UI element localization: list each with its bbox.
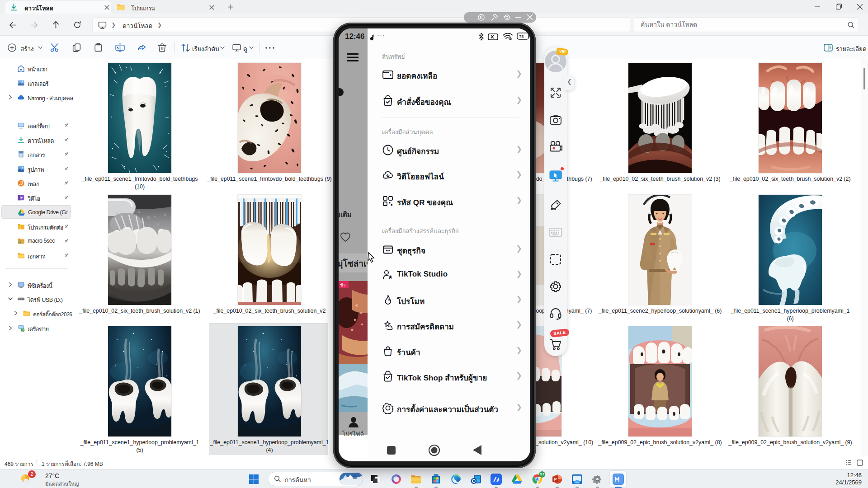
svg-text:a: a	[509, 36, 511, 39]
svg-text:ขัว: ขัว	[340, 282, 345, 287]
svg-text:75: 75	[519, 34, 524, 39]
